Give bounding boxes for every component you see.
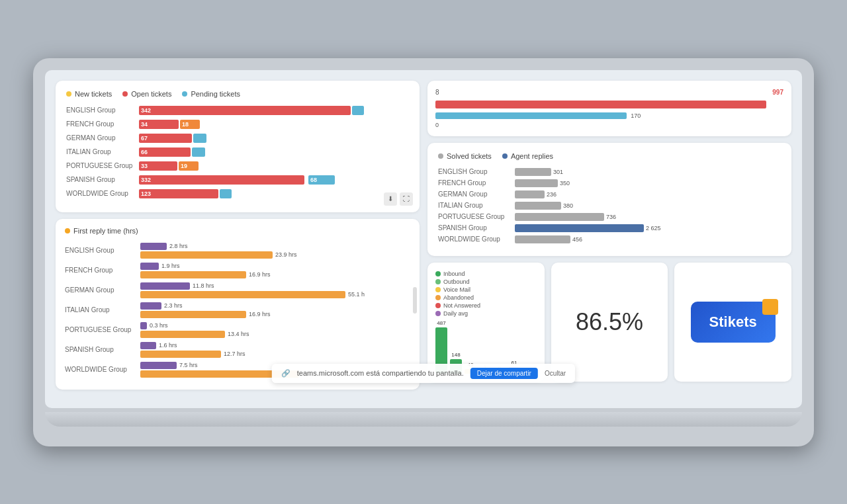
list-item: ENGLISH Group 301: [438, 168, 781, 176]
open-tickets-dot: [122, 91, 128, 97]
stikets-label: Stikets: [709, 314, 757, 330]
legend-open-tickets: Open tickets: [122, 90, 171, 98]
open-tickets-label: Open tickets: [131, 90, 171, 98]
hide-link[interactable]: Ocultar: [545, 370, 566, 377]
legend-new-tickets: New tickets: [66, 90, 112, 98]
list-item: ITALIAN Group 380: [438, 202, 781, 210]
list-item: FRENCH Group 350: [438, 179, 781, 187]
list-item: SPANISH Group 1.6 hrs 12.7 hrs: [65, 342, 410, 358]
legend-reply-time: First reply time (hrs): [65, 227, 138, 235]
table-row: PORTUGUESE Group 33 19: [66, 161, 409, 171]
notif-icon: 🔗: [281, 369, 290, 378]
stikets-button[interactable]: Stikets: [691, 302, 776, 343]
stop-sharing-button[interactable]: Dejar de compartir: [470, 368, 538, 379]
table-row: WORLDWIDE Group 123: [66, 189, 409, 198]
legend-voicemail: Voice Mail: [435, 286, 537, 293]
screen: New tickets Open tickets Pending tickets: [45, 70, 802, 408]
replies-dot: [502, 153, 508, 159]
top-right-card: 8 997 170 0: [427, 81, 791, 136]
not-answered-dot: [435, 303, 441, 308]
list-item: PORTUGUESE Group 736: [438, 213, 781, 221]
stikets-card: Stikets: [674, 263, 791, 382]
legend-abandoned: Abandoned: [435, 294, 537, 301]
laptop-base: [45, 412, 802, 427]
table-row: ENGLISH Group 342: [66, 106, 409, 115]
top-red-bar: [435, 101, 766, 108]
download-icon[interactable]: ⬇: [384, 192, 397, 206]
daily-avg-dot: [435, 311, 441, 316]
reply-legend: First reply time (hrs): [65, 227, 410, 235]
top-val2: 997: [772, 89, 783, 96]
table-row: ITALIAN Group 66: [66, 147, 409, 157]
stikets-corner-icon: [762, 299, 778, 315]
list-item: GERMAN Group 236: [438, 190, 781, 198]
solved-label-text: Solved tickets: [447, 152, 492, 160]
right-column: 8 997 170 0 Solved tickets: [427, 81, 791, 390]
chart-controls: ⬇ ⛶: [384, 192, 413, 206]
list-item: ITALIAN Group 2.3 hrs 16.9 hrs: [65, 302, 410, 318]
list-item: SPANISH Group 2 625: [438, 224, 781, 232]
percentage-value: 86.5%: [576, 308, 643, 336]
tickets-bars-container: ENGLISH Group 342 FRENCH Group 34 18: [66, 106, 409, 198]
reply-dot: [65, 228, 70, 233]
top-val3: 0: [435, 122, 783, 128]
new-tickets-label: New tickets: [75, 90, 112, 98]
reply-title-label: First reply time (hrs): [73, 227, 138, 235]
legend-inbound: Inbound: [435, 271, 537, 277]
legend-daily-avg: Daily avg: [435, 310, 537, 317]
table-row: SPANISH Group 332 68: [66, 175, 409, 185]
list-item: ENGLISH Group 2.8 hrs 23.9 hrs: [65, 243, 410, 259]
expand-icon[interactable]: ⛶: [400, 192, 413, 206]
top-val4: 170: [631, 112, 641, 119]
legend-not-answered: Not Answered: [435, 302, 537, 309]
notification-bar: 🔗 teams.microsoft.com está compartiendo …: [272, 364, 575, 383]
outbound-dot: [435, 279, 441, 284]
notif-text: teams.microsoft.com está compartiendo tu…: [297, 369, 464, 377]
abandoned-dot: [435, 295, 441, 300]
list-item: GERMAN Group 11.8 hrs 55.1 h: [65, 282, 410, 298]
tickets-chart-card: New tickets Open tickets Pending tickets: [56, 81, 420, 212]
top-val1: 8: [435, 89, 439, 96]
table-row: GERMAN Group 67: [66, 134, 409, 143]
inbound-dot: [435, 271, 441, 276]
list-item: PORTUGUESE Group 0.3 hrs 13.4 hrs: [65, 322, 410, 338]
pending-tickets-label: Pending tickets: [191, 90, 240, 98]
new-tickets-dot: [66, 91, 71, 97]
legend-outbound: Outbound: [435, 278, 537, 285]
solved-dot: [438, 153, 443, 159]
replies-label-text: Agent replies: [511, 152, 553, 160]
laptop-frame: New tickets Open tickets Pending tickets: [33, 58, 814, 446]
calls-legend: Inbound Outbound Voice Mail Abandon: [435, 271, 537, 317]
solved-chart-card: Solved tickets Agent replies ENGLISH Gro…: [427, 143, 791, 256]
list-item: FRENCH Group 1.9 hrs 16.9 hrs: [65, 263, 410, 278]
solved-legend: Solved tickets Agent replies: [438, 152, 781, 160]
left-column: New tickets Open tickets Pending tickets: [56, 81, 420, 390]
legend-replies: Agent replies: [502, 152, 553, 160]
scroll-indicator[interactable]: [413, 287, 417, 314]
legend-pending-tickets: Pending tickets: [182, 90, 240, 98]
top-blue-bar: [435, 112, 627, 119]
legend-solved: Solved tickets: [438, 152, 492, 160]
pending-tickets-dot: [182, 91, 187, 97]
list-item: WORLDWIDE Group 456: [438, 235, 781, 243]
tickets-legend: New tickets Open tickets Pending tickets: [66, 90, 409, 98]
table-row: FRENCH Group 34 18: [66, 120, 409, 129]
voicemail-dot: [435, 287, 441, 292]
